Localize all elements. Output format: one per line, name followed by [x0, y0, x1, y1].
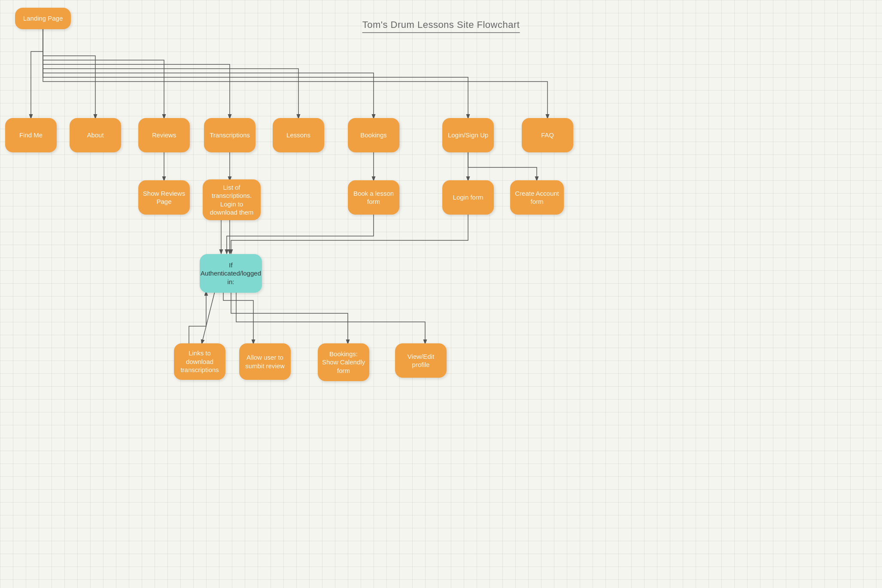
lessons-node[interactable]: Lessons: [273, 118, 324, 152]
flowchart-title: Tom's Drum Lessons Site Flowchart: [362, 19, 520, 33]
login-form-node[interactable]: Login form: [442, 180, 494, 215]
arrows-svg: [0, 0, 882, 588]
allow-review-node[interactable]: Allow user to sumbit review: [239, 343, 291, 380]
bookings-node[interactable]: Bookings: [348, 118, 399, 152]
book-lesson-form-node[interactable]: Book a lesson form: [348, 180, 399, 215]
find-me-node[interactable]: Find Me: [5, 118, 57, 152]
landing-page-node[interactable]: Landing Page: [15, 8, 71, 29]
transcriptions-node[interactable]: Transcriptions: [204, 118, 255, 152]
show-reviews-page-node[interactable]: Show Reviews Page: [138, 180, 190, 215]
list-transcriptions-node[interactable]: List of transcriptions. Login to downloa…: [203, 179, 261, 220]
if-authenticated-node[interactable]: If Authenticated/logged in:: [200, 254, 262, 293]
bookings-calendly-node[interactable]: Bookings: Show Calendly form: [318, 343, 369, 381]
reviews-node[interactable]: Reviews: [138, 118, 190, 152]
login-signup-node[interactable]: Login/Sign Up: [442, 118, 494, 152]
faq-node[interactable]: FAQ: [522, 118, 573, 152]
create-account-form-node[interactable]: Create Account form: [510, 180, 564, 215]
flowchart-container: Tom's Drum Lessons Site Flowchart: [0, 0, 882, 588]
view-edit-profile-node[interactable]: View/Edit profile: [395, 343, 447, 378]
links-download-node[interactable]: Links to download transcriptions: [174, 343, 225, 380]
about-node[interactable]: About: [70, 118, 121, 152]
